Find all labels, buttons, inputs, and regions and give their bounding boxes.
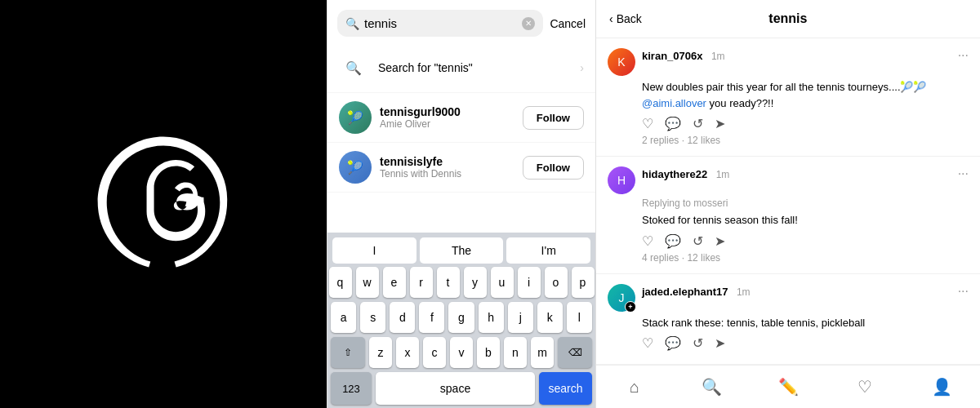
keyboard-suggestions-row: I The I'm	[331, 237, 592, 264]
shift-key[interactable]: ⇧	[331, 337, 365, 368]
avatar-wrapper: J +	[608, 284, 635, 312]
avatar: 🎾	[339, 101, 372, 134]
key-o[interactable]: o	[545, 267, 568, 298]
user-display-name: Amie Oliver	[380, 118, 514, 130]
key-d[interactable]: d	[390, 302, 415, 333]
nav-heart-button[interactable]: ♡	[826, 372, 903, 401]
plus-badge: +	[625, 301, 636, 313]
like-icon[interactable]: ♡	[642, 116, 653, 131]
key-v[interactable]: v	[450, 337, 473, 368]
back-button[interactable]: ‹ Back	[609, 12, 642, 25]
key-h[interactable]: h	[479, 302, 504, 333]
keyboard-row-2: a s d f g h j k l	[331, 302, 592, 333]
key-s[interactable]: s	[360, 302, 385, 333]
share-icon[interactable]: ➤	[715, 335, 725, 351]
post-menu-button[interactable]: ···	[958, 48, 969, 63]
space-key[interactable]: space	[376, 372, 535, 405]
key-t[interactable]: t	[437, 267, 460, 298]
post-meta: kiran_0706x 1m	[642, 48, 951, 63]
post-menu-button[interactable]: ···	[958, 284, 969, 299]
key-z[interactable]: z	[369, 337, 392, 368]
user-display-name: Tennis with Dennis	[380, 168, 514, 180]
key-p[interactable]: p	[572, 267, 595, 298]
post-username: jaded.elephant17	[642, 286, 728, 298]
post-actions: ♡ 💬 ↺ ➤	[642, 116, 969, 131]
suggestion-key-2[interactable]: The	[420, 237, 504, 264]
mention[interactable]: @aimi.allover	[642, 97, 706, 109]
chevron-right-icon: ›	[580, 61, 584, 74]
search-for-item[interactable]: 🔍 Search for "tennis" ›	[327, 43, 595, 93]
user-info: tennisislyfe Tennis with Dennis	[380, 155, 514, 180]
repost-icon[interactable]: ↺	[693, 116, 703, 131]
user-result-item[interactable]: 🎾 tennisislyfe Tennis with Dennis Follow	[327, 143, 595, 193]
user-result-item[interactable]: 🎾 tennisgurl9000 Amie Oliver Follow	[327, 93, 595, 143]
post-stats: 4 replies · 12 likes	[642, 252, 969, 264]
key-u[interactable]: u	[491, 267, 514, 298]
nav-compose-button[interactable]: ✏️	[750, 372, 826, 401]
avatar: 🎾	[339, 151, 372, 184]
search-for-text: Search for "tennis"	[378, 61, 570, 74]
share-icon[interactable]: ➤	[715, 233, 725, 249]
search-input[interactable]: tennis	[364, 16, 517, 30]
suggestion-key-1[interactable]: I	[332, 237, 416, 264]
key-w[interactable]: w	[356, 267, 379, 298]
comment-icon[interactable]: 💬	[665, 335, 681, 351]
back-label: Back	[617, 12, 642, 25]
keyboard: I The I'm q w e r t y u i o p a s d f g …	[327, 233, 595, 408]
key-k[interactable]: k	[537, 302, 563, 333]
post-time: 1m	[711, 51, 725, 62]
key-r[interactable]: r	[410, 267, 433, 298]
key-e[interactable]: e	[383, 267, 406, 298]
key-a[interactable]: a	[331, 302, 356, 333]
right-panel: ‹ Back tennis K kiran_0706x 1m ··· New d…	[596, 0, 980, 408]
post-meta: hidaythere22 1m	[642, 166, 951, 181]
follow-button[interactable]: Follow	[523, 156, 584, 180]
post-time: 1m	[716, 169, 730, 180]
key-j[interactable]: j	[508, 302, 533, 333]
key-x[interactable]: x	[396, 337, 419, 368]
like-icon[interactable]: ♡	[642, 233, 653, 249]
key-g[interactable]: g	[448, 302, 474, 333]
repost-icon[interactable]: ↺	[693, 335, 703, 351]
key-m[interactable]: m	[531, 337, 554, 368]
nav-search-button[interactable]: 🔍	[673, 372, 750, 401]
search-results-list: 🔍 Search for "tennis" › 🎾 tennisgurl9000…	[327, 43, 595, 233]
post-content: New doubles pair this year for all the t…	[642, 79, 969, 111]
comment-icon[interactable]: 💬	[665, 116, 681, 131]
thread-feed: K kiran_0706x 1m ··· New doubles pair th…	[596, 38, 980, 365]
keyboard-bottom-row: 123 space search	[331, 372, 592, 405]
avatar-wrapper: H	[608, 166, 635, 194]
nav-profile-button[interactable]: 👤	[903, 372, 980, 401]
middle-panel: 🔍 tennis ✕ Cancel 🔍 Search for "tennis" …	[327, 0, 596, 408]
key-n[interactable]: n	[504, 337, 527, 368]
follow-button[interactable]: Follow	[523, 106, 584, 130]
key-b[interactable]: b	[477, 337, 500, 368]
key-i[interactable]: i	[518, 267, 541, 298]
post-header: K kiran_0706x 1m ···	[608, 48, 969, 76]
search-key[interactable]: search	[539, 372, 592, 405]
key-c[interactable]: c	[423, 337, 446, 368]
post-time: 1m	[737, 286, 751, 298]
avatar-wrapper: K	[608, 48, 635, 76]
threads-logo-icon	[74, 114, 253, 294]
search-input-wrapper[interactable]: 🔍 tennis ✕	[337, 10, 543, 37]
thread-post: H hidaythere22 1m ··· Replying to mosser…	[596, 157, 980, 274]
key-y[interactable]: y	[464, 267, 487, 298]
clear-search-button[interactable]: ✕	[522, 17, 535, 30]
key-l[interactable]: l	[567, 302, 592, 333]
comment-icon[interactable]: 💬	[665, 233, 681, 249]
num-key[interactable]: 123	[331, 372, 372, 405]
nav-home-button[interactable]: ⌂	[596, 372, 673, 401]
backspace-key[interactable]: ⌫	[558, 337, 592, 368]
post-menu-button[interactable]: ···	[958, 166, 969, 181]
suggestion-key-3[interactable]: I'm	[506, 237, 590, 264]
key-f[interactable]: f	[419, 302, 444, 333]
keyboard-row-3: ⇧ z x c v b n m ⌫	[331, 337, 592, 368]
repost-icon[interactable]: ↺	[693, 233, 703, 249]
share-icon[interactable]: ➤	[715, 116, 725, 131]
like-icon[interactable]: ♡	[642, 335, 653, 351]
key-q[interactable]: q	[329, 267, 352, 298]
post-actions: ♡ 💬 ↺ ➤	[642, 233, 969, 249]
cancel-search-button[interactable]: Cancel	[550, 17, 586, 30]
post-meta: jaded.elephant17 1m	[642, 284, 951, 299]
